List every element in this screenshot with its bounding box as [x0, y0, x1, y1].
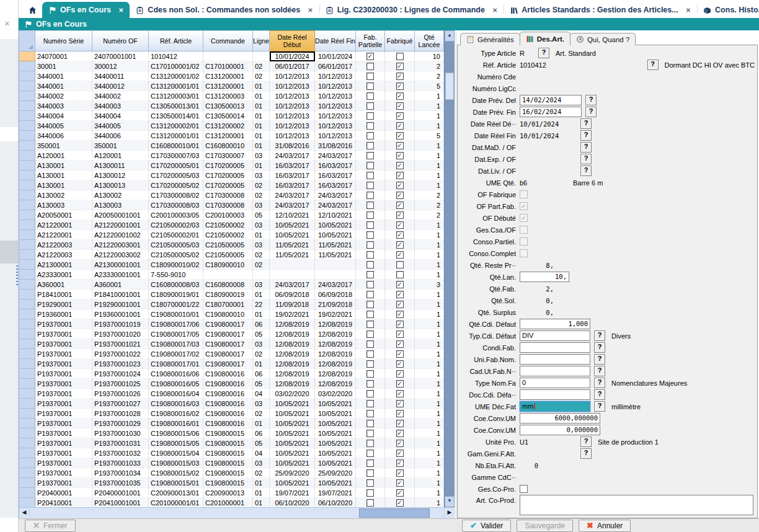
cell-ligne[interactable]: 03 [253, 458, 270, 468]
table-row[interactable]: A20050001A20050001001C200100003/05C20010… [19, 210, 444, 220]
cell-of[interactable]: A360001 [92, 280, 149, 290]
cell-ref[interactable]: C170300008/03 [149, 200, 203, 210]
cell-qte[interactable]: 1 [415, 409, 444, 419]
table-row[interactable]: P19370001P19370001027C190800016/03C19080… [19, 399, 444, 409]
cell-serie[interactable]: P19370001 [35, 359, 92, 369]
cell-debut[interactable]: 10/05/2021 [270, 428, 315, 438]
cell-debut[interactable]: 12/08/2019 [270, 349, 315, 359]
vertical-scroll-thumb[interactable] [445, 73, 454, 100]
cell-ref[interactable]: C200100003/05 [149, 210, 203, 220]
cell-ligne[interactable] [253, 270, 270, 280]
cell-cmd[interactable] [203, 270, 253, 280]
cell-cmd[interactable]: C190800016 [203, 379, 253, 389]
dock-segment[interactable] [0, 39, 18, 127]
cell-qte[interactable]: 1 [415, 220, 444, 230]
cell-debut[interactable]: 12/08/2019 [270, 379, 315, 389]
cell-of[interactable]: A21300001001 [92, 260, 149, 270]
cell-fin[interactable]: 10/05/2021 [315, 220, 356, 230]
cell-cmd[interactable]: C160800008 [203, 280, 253, 290]
cell-debut[interactable]: 11/05/2021 [270, 240, 315, 250]
table-row[interactable]: P19370001P19370001024C190800016/06C19080… [19, 369, 444, 379]
cell-cmd[interactable]: C190800017 [203, 339, 253, 349]
cell-fabrique[interactable]: ✓ [385, 141, 415, 151]
cell-qte[interactable]: 1 [415, 339, 444, 349]
cell-cmd[interactable]: C190800010 [203, 309, 253, 319]
table-row[interactable]: A360001A360001C160800008/03C160800008032… [19, 280, 444, 290]
cell-fabrique[interactable]: ✓ [385, 121, 415, 131]
cell-serie[interactable]: P19370001 [35, 419, 92, 428]
cell-debut[interactable]: 10/05/2021 [270, 419, 315, 428]
cell-ligne[interactable]: 04 [253, 448, 270, 458]
cell-ligne[interactable]: 03 [253, 200, 270, 210]
cell-partielle[interactable] [356, 468, 385, 478]
cell-ligne[interactable]: 01 [253, 290, 270, 299]
cell-partielle[interactable] [356, 349, 385, 359]
row-header[interactable] [19, 438, 35, 448]
cell-fin[interactable]: 31/08/2016 [315, 141, 356, 151]
cell-debut[interactable]: 12/10/2021 [270, 210, 315, 220]
cell-serie[interactable]: A130001 [35, 171, 92, 180]
cell-serie[interactable]: 3440001 [35, 81, 92, 91]
cell-debut[interactable]: 06/01/2017 [270, 61, 315, 71]
row-header[interactable] [19, 220, 35, 230]
help-lookup-button[interactable]: ? [580, 142, 592, 153]
table-row[interactable]: 34400023440002C131200003/01C131200003011… [19, 91, 444, 101]
row-header[interactable] [19, 319, 35, 329]
cell-ref[interactable]: C130500013/01 [149, 101, 203, 111]
cell-qte[interactable]: 1 [415, 349, 444, 359]
cell-fabrique[interactable]: ✓ [385, 379, 415, 389]
cell-cmd[interactable]: C190800016 [203, 369, 253, 379]
row-header[interactable] [19, 299, 35, 309]
cell-cmd[interactable]: C180900010 [203, 260, 253, 270]
cell-of[interactable]: A21220001002 [92, 230, 149, 240]
cell-cmd[interactable]: C210500002 [203, 220, 253, 230]
cell-of[interactable]: P20410001001 [92, 498, 149, 507]
cell-serie[interactable]: A130003 [35, 200, 92, 210]
vertical-scrollbar[interactable]: ▲ ▼ [444, 30, 455, 507]
cell-fabrique[interactable]: ✓ [385, 498, 415, 507]
cell-fin[interactable]: 10/12/2013 [315, 81, 356, 91]
cell-qte[interactable]: 1 [415, 399, 444, 409]
cell-serie[interactable]: A21220003 [35, 240, 92, 250]
dock-segment[interactable] [0, 264, 18, 341]
cell-ref[interactable]: C190800016/01 [149, 419, 203, 428]
field-input[interactable]: 10, [520, 272, 569, 282]
cell-cmd[interactable]: C170200005 [203, 171, 253, 180]
cell-fabrique[interactable]: ✓ [385, 200, 415, 210]
row-header[interactable] [19, 478, 35, 488]
home-tab[interactable] [23, 2, 42, 18]
cell-fabrique[interactable] [385, 260, 415, 270]
cell-fin[interactable]: 10/12/2013 [315, 91, 356, 101]
cell-fabrique[interactable]: ✓ [385, 131, 415, 141]
dock-segment-active[interactable] [0, 241, 18, 264]
cell-qte[interactable]: 1 [415, 359, 444, 369]
cell-fin[interactable] [315, 270, 356, 280]
cell-fin[interactable]: 10/12/2013 [315, 131, 356, 141]
field-textarea[interactable] [520, 495, 753, 515]
cell-ref[interactable]: C190800010/01 [149, 309, 203, 319]
cell-serie[interactable]: P19370001 [35, 399, 92, 409]
vertical-scroll-track[interactable] [445, 42, 455, 496]
cell-fabrique[interactable]: ✓ [385, 220, 415, 230]
cell-debut[interactable]: 10/12/2013 [270, 121, 315, 131]
cell-fabrique[interactable]: ✓ [385, 488, 415, 498]
cell-ref[interactable]: C180900019/01 [149, 290, 203, 299]
row-header[interactable] [19, 270, 35, 280]
tab-cdes-non-sol-commandes-non-soldees[interactable]: Cdes non Sol. : Commandes non soldées✕ [130, 2, 319, 18]
cell-cmd[interactable]: C190800016 [203, 409, 253, 419]
row-header[interactable] [19, 488, 35, 498]
table-row[interactable]: A130001A1300011C170200005/01C17020000501… [19, 161, 444, 171]
cell-qte[interactable]: 2 [415, 61, 444, 71]
cell-ligne[interactable]: 05 [253, 329, 270, 339]
cell-fabrique[interactable]: ✓ [385, 419, 415, 428]
table-row[interactable]: 34400033440003C130500013/01C130500013011… [19, 101, 444, 111]
row-header[interactable] [19, 190, 35, 200]
cell-ligne[interactable]: 01 [253, 309, 270, 319]
table-row[interactable]: P19370001P19370001021C190800017/03C19080… [19, 339, 444, 349]
cell-fin[interactable]: 10/05/2021 [315, 230, 356, 240]
cell-of[interactable]: P19370001021 [92, 339, 149, 349]
cell-fin[interactable]: 12/10/2021 [315, 210, 356, 220]
cell-debut[interactable]: 10/05/2021 [270, 458, 315, 468]
tab-lig-c230200030-lignes-de-commande[interactable]: Lig. C230200030 : Lignes de Commande✕ [319, 2, 504, 18]
help-lookup-button[interactable]: ? [594, 366, 605, 376]
